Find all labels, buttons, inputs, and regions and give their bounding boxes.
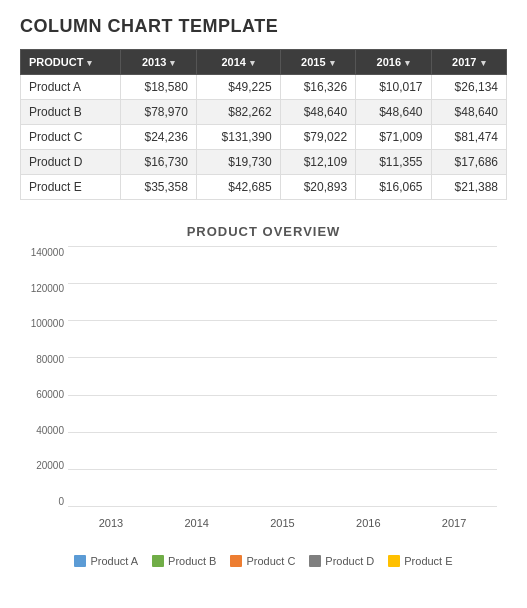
table-row: Product D$16,730$19,730$12,109$11,355$17… [21,150,507,175]
product-name-cell: Product A [21,75,121,100]
value-cell: $48,640 [356,100,431,125]
legend-item: Product E [388,555,452,567]
value-cell: $82,262 [196,100,280,125]
y-label: 100000 [31,318,64,329]
x-label: 2013 [68,517,154,529]
value-cell: $71,009 [356,125,431,150]
value-cell: $21,388 [431,175,506,200]
filter-icon[interactable]: ▾ [481,58,486,68]
value-cell: $17,686 [431,150,506,175]
value-cell: $12,109 [280,150,355,175]
legend-swatch [309,555,321,567]
x-label: 2017 [411,517,497,529]
y-label: 140000 [31,247,64,258]
y-label: 40000 [36,425,64,436]
legend-item: Product A [74,555,138,567]
legend-label: Product A [90,555,138,567]
y-label: 80000 [36,354,64,365]
y-label: 120000 [31,283,64,294]
value-cell: $11,355 [356,150,431,175]
col-header-2017[interactable]: 2017▾ [431,50,506,75]
product-name-cell: Product E [21,175,121,200]
product-name-cell: Product B [21,100,121,125]
legend-label: Product C [246,555,295,567]
product-name-cell: Product C [21,125,121,150]
value-cell: $26,134 [431,75,506,100]
product-name-cell: Product D [21,150,121,175]
legend-label: Product B [168,555,216,567]
filter-icon[interactable]: ▾ [330,58,335,68]
value-cell: $10,017 [356,75,431,100]
y-label: 20000 [36,460,64,471]
page-title: COLUMN CHART TEMPLATE [20,16,507,37]
value-cell: $78,970 [121,100,196,125]
filter-icon[interactable]: ▾ [250,58,255,68]
chart-container: 020000400006000080000100000120000140000 … [20,247,507,547]
col-header-2014[interactable]: 2014▾ [196,50,280,75]
legend-label: Product E [404,555,452,567]
legend-swatch [388,555,400,567]
value-cell: $48,640 [280,100,355,125]
col-header-product[interactable]: PRODUCT▾ [21,50,121,75]
filter-icon[interactable]: ▾ [87,58,92,68]
x-labels: 20132014201520162017 [68,517,497,529]
table-row: Product E$35,358$42,685$20,893$16,065$21… [21,175,507,200]
legend-item: Product B [152,555,216,567]
value-cell: $20,893 [280,175,355,200]
y-label: 0 [58,496,64,507]
legend-swatch [74,555,86,567]
legend-swatch [152,555,164,567]
filter-icon[interactable]: ▾ [405,58,410,68]
x-label: 2015 [240,517,326,529]
col-header-2013[interactable]: 2013▾ [121,50,196,75]
data-table: PRODUCT▾2013▾2014▾2015▾2016▾2017▾ Produc… [20,49,507,200]
value-cell: $79,022 [280,125,355,150]
chart-title: PRODUCT OVERVIEW [20,224,507,239]
y-axis: 020000400006000080000100000120000140000 [20,247,68,507]
table-row: Product A$18,580$49,225$16,326$10,017$26… [21,75,507,100]
value-cell: $81,474 [431,125,506,150]
value-cell: $48,640 [431,100,506,125]
legend-item: Product C [230,555,295,567]
table-row: Product C$24,236$131,390$79,022$71,009$8… [21,125,507,150]
value-cell: $16,065 [356,175,431,200]
bars-wrapper [68,247,497,507]
value-cell: $35,358 [121,175,196,200]
legend-item: Product D [309,555,374,567]
legend: Product AProduct BProduct CProduct DProd… [20,555,507,567]
value-cell: $16,730 [121,150,196,175]
col-header-2015[interactable]: 2015▾ [280,50,355,75]
col-header-2016[interactable]: 2016▾ [356,50,431,75]
chart-section: PRODUCT OVERVIEW 02000040000600008000010… [20,224,507,567]
value-cell: $24,236 [121,125,196,150]
value-cell: $42,685 [196,175,280,200]
filter-icon[interactable]: ▾ [170,58,175,68]
legend-swatch [230,555,242,567]
legend-label: Product D [325,555,374,567]
value-cell: $131,390 [196,125,280,150]
value-cell: $49,225 [196,75,280,100]
value-cell: $18,580 [121,75,196,100]
table-row: Product B$78,970$82,262$48,640$48,640$48… [21,100,507,125]
value-cell: $19,730 [196,150,280,175]
x-label: 2014 [154,517,240,529]
y-label: 60000 [36,389,64,400]
value-cell: $16,326 [280,75,355,100]
x-label: 2016 [325,517,411,529]
